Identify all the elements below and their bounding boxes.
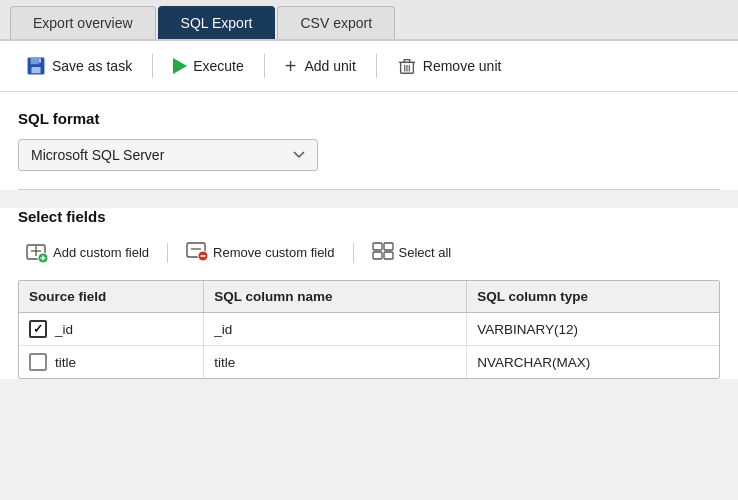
fields-separator-2 [353, 243, 354, 263]
select-fields-title: Select fields [18, 208, 720, 225]
row-2-sql-type: NVARCHAR(MAX) [467, 346, 719, 379]
row-1-checkbox-cell: _id [29, 320, 193, 338]
add-unit-button[interactable]: + Add unit [275, 51, 366, 81]
select-fields-section: Select fields Add custom field [0, 208, 738, 379]
trash-icon [397, 56, 417, 76]
execute-button[interactable]: Execute [163, 53, 254, 79]
fields-table: Source field SQL column name SQL column … [19, 281, 719, 378]
row-1-sql-type: VARBINARY(12) [467, 313, 719, 346]
row-1-checkbox[interactable] [29, 320, 47, 338]
add-custom-field-icon [26, 243, 48, 263]
save-as-task-button[interactable]: Save as task [16, 51, 142, 81]
row-2-checkbox[interactable] [29, 353, 47, 371]
remove-custom-field-icon [186, 241, 208, 264]
fields-toolbar: Add custom field Remove custom field [18, 237, 720, 268]
sql-format-section: SQL format Microsoft SQL Server MySQL Po… [0, 92, 738, 190]
svg-rect-1 [31, 58, 39, 64]
table-row: title title NVARCHAR(MAX) [19, 346, 719, 379]
svg-rect-21 [384, 252, 393, 259]
separator-1 [152, 54, 153, 78]
svg-rect-18 [373, 243, 382, 250]
save-icon [26, 56, 46, 76]
sql-format-select[interactable]: Microsoft SQL Server MySQL PostgreSQL SQ… [18, 139, 318, 171]
col-sql-column-type: SQL column type [467, 281, 719, 313]
table-header-row: Source field SQL column name SQL column … [19, 281, 719, 313]
add-icon: + [285, 56, 297, 76]
separator-3 [376, 54, 377, 78]
remove-custom-field-label: Remove custom field [213, 245, 334, 260]
row-2-source-value: title [55, 355, 76, 370]
row-2-source: title [19, 346, 204, 379]
select-all-label: Select all [399, 245, 452, 260]
save-as-task-label: Save as task [52, 58, 132, 74]
select-all-icon [372, 241, 394, 264]
svg-rect-3 [39, 58, 41, 63]
add-custom-field-button[interactable]: Add custom field [18, 239, 157, 267]
remove-unit-button[interactable]: Remove unit [387, 51, 512, 81]
tab-sql-export[interactable]: SQL Export [158, 6, 276, 39]
fields-separator-1 [167, 243, 168, 263]
row-2-sql-name: title [204, 346, 467, 379]
sql-format-title: SQL format [18, 110, 720, 127]
fields-table-container: Source field SQL column name SQL column … [18, 280, 720, 379]
execute-label: Execute [193, 58, 244, 74]
row-1-sql-name: _id [204, 313, 467, 346]
select-all-button[interactable]: Select all [364, 237, 460, 268]
tab-bar: Export overview SQL Export CSV export [0, 0, 738, 41]
table-row: _id _id VARBINARY(12) [19, 313, 719, 346]
toolbar: Save as task Execute + Add unit Remove u… [0, 41, 738, 92]
row-1-source: _id [19, 313, 204, 346]
row-2-checkbox-cell: title [29, 353, 193, 371]
row-1-source-value: _id [55, 322, 73, 337]
svg-rect-2 [31, 67, 40, 73]
execute-icon [173, 58, 187, 74]
col-source-field: Source field [19, 281, 204, 313]
col-sql-column-name: SQL column name [204, 281, 467, 313]
svg-rect-20 [373, 252, 382, 259]
add-unit-label: Add unit [304, 58, 355, 74]
tab-csv-export[interactable]: CSV export [277, 6, 395, 39]
add-custom-field-label: Add custom field [53, 245, 149, 260]
section-divider [18, 189, 720, 190]
remove-custom-field-button[interactable]: Remove custom field [178, 237, 342, 268]
tab-export-overview[interactable]: Export overview [10, 6, 156, 39]
separator-2 [264, 54, 265, 78]
svg-rect-19 [384, 243, 393, 250]
remove-unit-label: Remove unit [423, 58, 502, 74]
